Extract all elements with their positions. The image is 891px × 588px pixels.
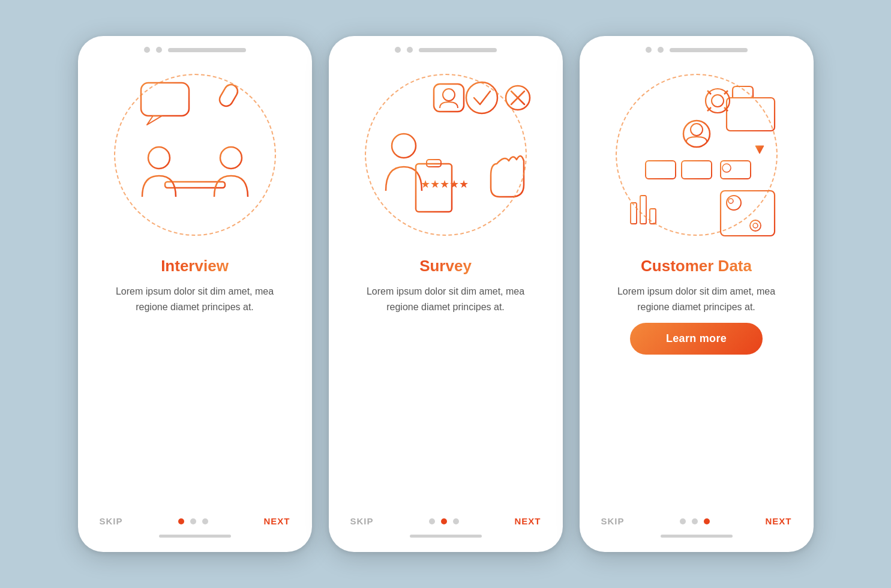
- phone-customer-data: Customer Data Lorem ipsum dolor sit dim …: [580, 36, 814, 552]
- survey-desc: Lorem ipsum dolor sit dim amet, mea regi…: [329, 284, 563, 314]
- dot-1-1: [178, 518, 184, 524]
- survey-title: Survey: [419, 257, 472, 275]
- dot-2-2: [441, 518, 447, 524]
- status-circle-4: [407, 47, 413, 53]
- status-bar-1: [78, 36, 312, 53]
- dot-3-2: [692, 518, 698, 524]
- status-bar-2: [329, 36, 563, 53]
- home-indicator-2: [410, 535, 482, 538]
- interview-next[interactable]: NEXT: [263, 516, 290, 526]
- svg-point-74: [750, 220, 761, 231]
- customer-data-next[interactable]: NEXT: [765, 516, 791, 526]
- status-circle-6: [658, 47, 664, 53]
- interview-title: Interview: [161, 257, 229, 275]
- status-line-2: [419, 48, 497, 52]
- status-bar-3: [580, 36, 814, 53]
- status-circle-2: [156, 47, 162, 53]
- survey-skip[interactable]: SKIP: [350, 516, 374, 526]
- survey-next[interactable]: NEXT: [514, 516, 541, 526]
- status-circle-5: [646, 47, 652, 53]
- learn-more-button[interactable]: Learn more: [630, 323, 763, 355]
- customer-data-skip[interactable]: SKIP: [601, 516, 625, 526]
- interview-bottom-nav: SKIP NEXT: [78, 516, 312, 526]
- status-line-3: [670, 48, 748, 52]
- phones-container: Interview Lorem ipsum dolor sit dim amet…: [78, 36, 814, 552]
- illustration-customer-data: [601, 59, 793, 251]
- survey-bottom-nav: SKIP NEXT: [329, 516, 563, 526]
- survey-dots: [429, 518, 459, 524]
- dot-1-2: [190, 518, 196, 524]
- customer-data-bottom-nav: SKIP NEXT: [580, 516, 814, 526]
- status-circle-1: [144, 47, 150, 53]
- dashed-circle-3: [616, 74, 778, 236]
- dashed-circle-1: [114, 74, 276, 236]
- customer-data-dots: [680, 518, 710, 524]
- dot-1-3: [202, 518, 208, 524]
- dot-2-1: [429, 518, 435, 524]
- interview-dots: [178, 518, 208, 524]
- home-indicator-3: [661, 535, 733, 538]
- phone-interview: Interview Lorem ipsum dolor sit dim amet…: [78, 36, 312, 552]
- illustration-interview: [99, 59, 291, 251]
- illustration-survey: ★★★★★: [350, 59, 542, 251]
- interview-skip[interactable]: SKIP: [100, 516, 123, 526]
- status-circle-3: [395, 47, 401, 53]
- svg-point-75: [753, 223, 758, 228]
- dot-2-3: [453, 518, 459, 524]
- customer-data-desc: Lorem ipsum dolor sit dim amet, mea regi…: [580, 284, 814, 314]
- status-line-1: [168, 48, 246, 52]
- home-indicator-1: [159, 535, 231, 538]
- dot-3-1: [680, 518, 686, 524]
- interview-desc: Lorem ipsum dolor sit dim amet, mea regi…: [78, 284, 312, 314]
- dashed-circle-2: [365, 74, 527, 236]
- customer-data-title: Customer Data: [641, 257, 752, 275]
- dot-3-3: [704, 518, 710, 524]
- phone-survey: ★★★★★: [329, 36, 563, 552]
